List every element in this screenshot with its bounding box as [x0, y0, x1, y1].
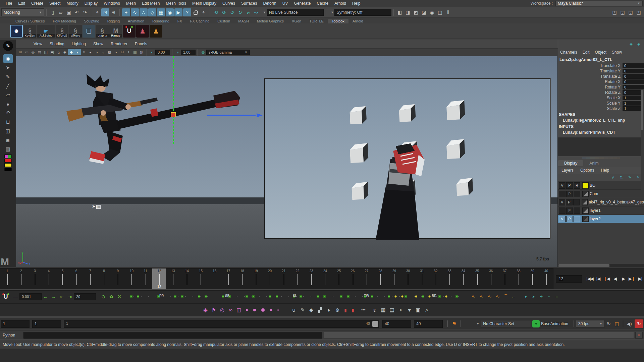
step-forward-key-button[interactable]: ▶❙ — [628, 275, 636, 283]
timeline-frame-12[interactable]: 1212 — [152, 268, 166, 289]
layer-reference-toggle[interactable]: R — [574, 182, 580, 189]
selected-control-handle[interactable] — [171, 112, 176, 117]
layer-row[interactable]: PCam — [558, 190, 644, 198]
selected-node-name[interactable]: Luna3p:legArmor02_L_CTL — [558, 56, 644, 63]
shelf-tab[interactable]: Arnold — [348, 19, 367, 23]
key-marker[interactable] — [130, 295, 132, 298]
panel-splitter[interactable]: :::::::::::::::::::::::::::::::::::::: — [558, 156, 644, 159]
trail-dot[interactable] — [270, 309, 272, 311]
epsilon-icon[interactable]: ε — [370, 307, 379, 313]
symmetry-field[interactable]: Symmetry: Off — [334, 9, 391, 16]
menu-item[interactable]: Help — [349, 1, 364, 6]
light-editor-icon[interactable]: ◫ — [436, 8, 444, 16]
shelf-item-kfpros[interactable]: §KFproS — [56, 25, 68, 38]
snap-help-icon[interactable]: ? — [183, 8, 191, 16]
eraser-tool-icon[interactable]: ▱ — [3, 90, 13, 99]
channel-box-menu-item[interactable]: Show — [612, 50, 625, 55]
trail-dot[interactable] — [277, 309, 279, 311]
tween-marker-icon[interactable]: ▼ — [523, 294, 529, 300]
layer-visibility-toggle[interactable] — [559, 207, 566, 214]
menu-item[interactable]: File — [3, 1, 15, 6]
layer-visibility-toggle[interactable]: V — [559, 199, 565, 205]
play-backwards-button[interactable]: ◀ — [611, 275, 619, 283]
shelf-tab[interactable]: Motion Graphics — [253, 19, 288, 23]
undo-stroke-icon[interactable]: ↶ — [3, 109, 13, 117]
shadows-icon[interactable]: ● — [87, 49, 94, 55]
timeline-frame-40[interactable]: 40 — [539, 268, 553, 289]
step-back-frame-button[interactable]: |◀ — [594, 275, 602, 283]
timeline-frame-32[interactable]: 32 — [429, 268, 442, 289]
layer-hscrollbar[interactable] — [558, 264, 644, 267]
channel-settings-icon[interactable]: ◈ — [636, 41, 642, 47]
key-marker[interactable] — [300, 295, 302, 298]
timeline-frame-21[interactable]: 21 — [277, 268, 290, 289]
table-icon[interactable]: ▤ — [388, 307, 396, 313]
shelf-tab[interactable]: Rigging — [103, 19, 124, 23]
shelf-tab[interactable]: XGen — [288, 19, 305, 23]
move-layer-up-icon[interactable]: ⇄ — [610, 174, 616, 181]
snap-keys-icon[interactable]: ⊗ — [333, 307, 342, 313]
key-marker[interactable] — [347, 295, 350, 298]
resolution-gate-icon[interactable]: ◎ — [30, 49, 36, 55]
key-orange-icon[interactable]: ▮ — [349, 307, 357, 313]
key-marker[interactable] — [181, 295, 183, 298]
layer-editor-menu-item[interactable]: Layers — [558, 168, 577, 173]
menu-item[interactable]: UV — [279, 1, 291, 6]
history-options-icon[interactable]: ↝ — [252, 8, 260, 16]
go-to-start-button[interactable]: |◀◀ — [586, 275, 594, 283]
menu-item[interactable]: Edit — [15, 1, 28, 6]
input-connections-icon[interactable]: ⟲ — [212, 8, 220, 16]
timeline-frame-20[interactable]: 20 — [263, 268, 277, 289]
current-frame-field[interactable]: 12 — [556, 275, 582, 283]
camera-pip-view[interactable] — [264, 78, 550, 239]
breakdown-marker[interactable] — [394, 295, 397, 298]
attribute-value-field[interactable]: 0 — [623, 79, 644, 84]
timeline-frame-27[interactable]: 27 — [360, 268, 373, 289]
save-scene-icon[interactable]: ▣ — [65, 8, 73, 16]
step-back-key-button[interactable]: ❙◀ — [603, 275, 610, 283]
ease-wave-icon-5[interactable]: ⌒ — [502, 294, 510, 300]
timeline-frame-1[interactable]: 1 — [0, 268, 14, 289]
no-construction-history-icon[interactable]: ⌀ — [244, 8, 252, 16]
animation-start-field[interactable]: 1 — [1, 320, 30, 328]
workspace-dropdown[interactable]: Maya Classic*▼ — [555, 1, 643, 6]
safe-action-icon[interactable]: ▣ — [49, 49, 55, 55]
tool-settings-toggle-icon[interactable]: ◱ — [619, 8, 627, 16]
undo-icon[interactable]: ↶ — [73, 8, 81, 16]
new-scene-icon[interactable]: ▯ — [49, 8, 57, 16]
panel-menu-item[interactable]: Shading — [46, 42, 68, 46]
exposure-field[interactable]: 0.00 — [155, 50, 170, 55]
time-slider-ruler[interactable]: 1234567891011121213141516171819202122232… — [0, 268, 553, 289]
shelf-item-range[interactable]: MRange — [109, 25, 122, 38]
menu-item[interactable]: Select — [46, 1, 63, 6]
attribute-label[interactable]: Translate Y — [558, 69, 623, 73]
pencil-tool-icon[interactable]: ✎ — [3, 72, 13, 81]
select-pointer-icon[interactable]: ➤ — [530, 294, 537, 300]
make-live-icon[interactable]: ▶ — [174, 8, 182, 16]
motion-blur-icon[interactable]: ◒ — [100, 49, 106, 55]
key-prev-icon[interactable]: ⇤ — [58, 294, 66, 299]
key-marker[interactable] — [137, 295, 139, 298]
key-next-icon[interactable]: ⇥ — [66, 294, 74, 299]
timeline-frame-33[interactable]: 33 — [443, 268, 457, 289]
attribute-value-field[interactable]: 0 — [623, 85, 644, 89]
clipboard-icon[interactable]: ▤ — [3, 145, 13, 154]
anim-layer-label[interactable]: BaseAnimation — [541, 321, 568, 326]
grid-toggle-icon[interactable]: ⊞ — [17, 49, 23, 55]
key-marker[interactable] — [198, 295, 200, 298]
timeline-frame-39[interactable]: 39 — [526, 268, 539, 289]
menu-set-dropdown[interactable]: Modeling▼ — [1, 8, 44, 16]
key-marker[interactable] — [455, 295, 458, 298]
shape-node-name[interactable]: Luna3p:legArmor02_L_CTL_shp — [558, 118, 644, 123]
ease-wave-icon-6[interactable]: ⌐ — [510, 294, 518, 300]
key-marker[interactable] — [269, 295, 271, 298]
panel-menu-item[interactable]: Panels — [131, 42, 151, 46]
shelf-item-pose[interactable]: ♟ — [150, 25, 162, 38]
render-current-frame-icon[interactable]: ◧ — [396, 8, 404, 16]
character-model[interactable] — [63, 71, 244, 169]
layer-name[interactable]: ak47_rig_v0_4_beta:ak47_geo — [589, 200, 644, 204]
timeline-frame-26[interactable]: 26 — [346, 268, 360, 289]
breakdown-marker[interactable] — [428, 295, 431, 298]
layer-color-swatch[interactable] — [582, 207, 589, 214]
mirror-icon[interactable]: ◫ — [235, 307, 243, 313]
